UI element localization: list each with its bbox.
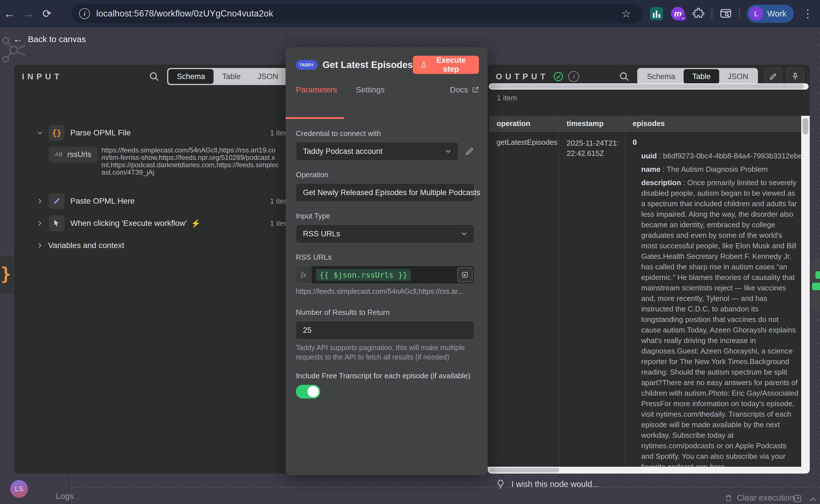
browser-back-icon[interactable]: ←: [0, 7, 19, 20]
cell-episodes: 0 uuid : b6df9273-0bc4-4bb8-84a4-7993b33…: [625, 132, 802, 467]
column-header-operation[interactable]: operation: [489, 116, 559, 131]
chevron-right-icon[interactable]: [36, 219, 44, 228]
cell-operation: getLatestEpisodes: [489, 132, 559, 467]
expression-preview: https://feeds.simplecast.com/54nAGcll,ht…: [296, 287, 474, 296]
bookmark-star-icon[interactable]: ☆: [621, 7, 631, 20]
input-tab-schema[interactable]: Schema: [168, 69, 214, 84]
expression-value[interactable]: {{ $json.rssUrls }}: [316, 269, 411, 281]
node-name: Paste OPML Here: [70, 197, 135, 206]
input-tab-json[interactable]: JSON: [249, 69, 287, 84]
output-horizontal-scrollbar-bottom[interactable]: [488, 467, 810, 474]
edit-output-button[interactable]: [764, 68, 782, 85]
object-braces-icon: {}: [49, 125, 65, 141]
info-icon[interactable]: i: [568, 71, 579, 82]
chevron-right-icon[interactable]: [36, 241, 44, 250]
output-panel-title: OUTPUT: [496, 72, 548, 81]
results-input[interactable]: 25: [296, 321, 474, 340]
output-tab-table[interactable]: Table: [684, 69, 719, 84]
chevron-up-icon[interactable]: [809, 496, 817, 503]
input-type-select[interactable]: RSS URLs: [296, 224, 474, 243]
node-title[interactable]: Get Latest Episodes: [323, 59, 413, 70]
rss-urls-expression-field[interactable]: fx {{ $json.rssUrls }}: [296, 266, 474, 284]
toggle-knob: [308, 386, 319, 397]
chevron-down-icon: [460, 230, 468, 238]
episode-uuid: uuid : b6df9273-0bc4-4bb8-84a4-7993b3312…: [633, 151, 799, 161]
string-type-icon: AB: [55, 151, 63, 158]
node-parameters-form: Credential to connect with Taddy Podcast…: [286, 119, 487, 475]
node-detail-modal: TADDY Get Latest Episodes Execute step P…: [286, 47, 487, 475]
node-feedback-prompt[interactable]: I wish this node would...: [495, 479, 599, 489]
success-check-icon: [553, 71, 564, 82]
feedback-prompt-text: I wish this node would...: [511, 480, 599, 489]
output-horizontal-scrollbar-top[interactable]: [489, 83, 809, 90]
input-search-icon[interactable]: [148, 71, 160, 82]
execute-step-label: Execute step: [431, 56, 471, 74]
fx-icon: fx: [296, 266, 312, 284]
column-header-timestamp[interactable]: timestamp: [559, 116, 625, 131]
tab-search-icon[interactable]: [719, 7, 732, 20]
input-panel-header: INPUT Schema Table JSON: [14, 65, 300, 88]
back-to-canvas-label: Back to canvas: [28, 34, 86, 44]
episode-name: name : The Autism Diagnosis Problem: [633, 164, 799, 175]
browser-forward-icon[interactable]: →: [19, 7, 38, 20]
schema-node-manual-trigger[interactable]: When clicking 'Execute workflow' ⚡ 1 ite…: [14, 214, 290, 232]
output-items-count: 1 item: [497, 94, 517, 102]
field-key-pill[interactable]: AB rssUrls: [49, 146, 97, 162]
tab-parameters[interactable]: Parameters: [296, 85, 337, 94]
extension-teal-icon[interactable]: [650, 7, 663, 20]
output-table-header: operation timestamp episodes: [489, 116, 802, 132]
pencil-node-icon: [49, 193, 65, 209]
extension-m-icon[interactable]: m<>: [671, 7, 685, 20]
field-value: https://feeds.simplecast.com/54nAGcll,ht…: [101, 146, 280, 176]
browser-menu-icon[interactable]: ⋮: [802, 8, 813, 19]
pin-data-button[interactable]: [786, 68, 804, 85]
credential-select[interactable]: Taddy Podcast account: [296, 142, 458, 161]
chevron-right-icon[interactable]: [36, 197, 44, 205]
schema-node-parse-opml[interactable]: {} Parse OPML File 1 item: [14, 124, 290, 142]
clear-execution-label: Clear execution: [737, 493, 794, 503]
browser-reload-icon[interactable]: ⟳: [38, 7, 56, 20]
clear-execution-button[interactable]: Clear execution: [724, 493, 794, 503]
transcript-toggle[interactable]: [296, 385, 320, 398]
docs-label: Docs: [450, 85, 468, 94]
logs-panel-label[interactable]: Logs: [56, 491, 74, 501]
schema-field-rssurls[interactable]: AB rssUrls https://feeds.simplecast.com/…: [49, 146, 290, 176]
input-type-value: RSS URLs: [303, 230, 340, 238]
input-node-stub[interactable]: }: [0, 255, 15, 295]
output-tab-schema[interactable]: Schema: [638, 69, 684, 84]
input-tab-table[interactable]: Table: [214, 69, 249, 84]
output-vertical-scrollbar[interactable]: [801, 116, 810, 467]
output-tab-json[interactable]: JSON: [719, 69, 757, 84]
edit-credential-icon[interactable]: [465, 146, 474, 156]
results-value: 25: [303, 326, 312, 335]
url-text: localhost:5678/workflow/0zUYgCno4vuta2ok: [96, 9, 273, 19]
input-schema-tree: {} Parse OPML File 1 item AB rssUrls htt…: [14, 92, 300, 474]
site-info-icon[interactable]: i: [79, 8, 90, 19]
execute-step-button[interactable]: Execute step: [413, 56, 479, 74]
column-header-episodes[interactable]: episodes: [625, 116, 802, 131]
back-to-canvas-button[interactable]: ← Back to canvas: [13, 34, 86, 45]
schema-node-paste-opml[interactable]: Paste OPML Here 1 item: [14, 192, 290, 210]
input-type-label: Input Type: [296, 212, 474, 220]
browser-chrome: ← → ⟳ i localhost:5678/workflow/0zUYgCno…: [0, 0, 820, 27]
transcript-toggle-label: Include Free Transcript for each episode…: [296, 371, 474, 380]
popout-icon[interactable]: [793, 494, 802, 503]
operation-select[interactable]: Get Newly Released Episodes for Multiple…: [296, 183, 474, 202]
url-bar[interactable]: i localhost:5678/workflow/0zUYgCno4vuta2…: [72, 4, 642, 23]
pin-icon: [791, 72, 800, 81]
output-panel: OUTPUT i Schema Table JSON 1 item operat…: [487, 64, 810, 474]
tab-settings[interactable]: Settings: [356, 85, 385, 94]
output-table-row: getLatestEpisodes 2025-11-24T21:22:42.61…: [489, 132, 802, 467]
lightning-icon: ⚡: [191, 219, 201, 228]
browser-profile-button[interactable]: L Work: [747, 5, 794, 23]
output-search-icon[interactable]: [619, 71, 630, 82]
user-avatar[interactable]: LS: [10, 480, 28, 498]
open-expression-editor-button[interactable]: [457, 267, 473, 282]
chevron-down-icon[interactable]: [36, 129, 44, 137]
external-link-icon: [471, 86, 479, 94]
schema-node-variables[interactable]: Variables and context: [14, 239, 290, 252]
docs-link[interactable]: Docs: [450, 85, 479, 94]
results-help-text: Taddy API supports pagination, this will…: [296, 343, 474, 362]
extensions-puzzle-icon[interactable]: [692, 7, 705, 20]
next-node-stub[interactable]: [811, 258, 820, 312]
